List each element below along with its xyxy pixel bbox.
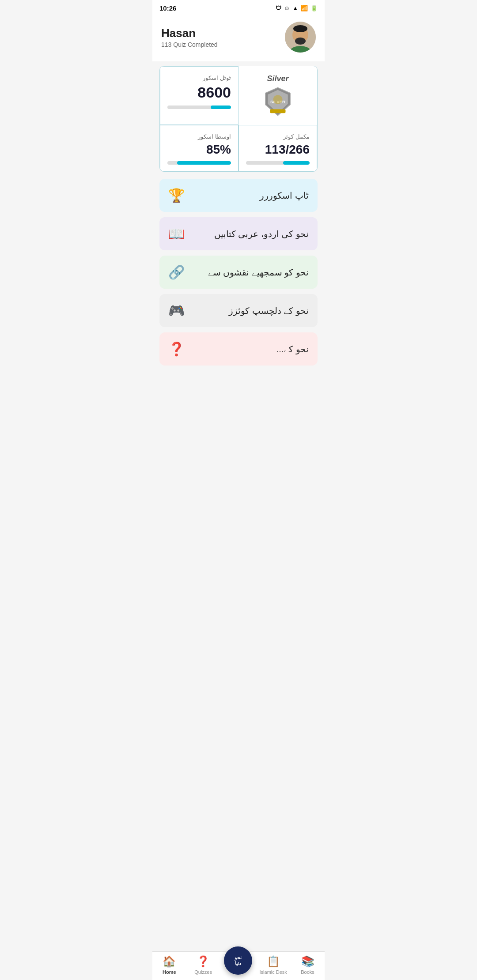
extra-icon: ❓	[168, 341, 185, 357]
svg-point-3	[295, 38, 306, 45]
face-id-icon: ☺	[284, 5, 290, 11]
avg-score-progress-fill	[177, 161, 231, 165]
interesting-quizzes-card[interactable]: نحو کے دلچسپ کوئزز 🎮	[159, 294, 318, 327]
avatar	[285, 22, 316, 53]
books-text: نحو کی اردو، عربی کتابیں	[214, 229, 309, 239]
home-label: Home	[163, 969, 176, 975]
interesting-quizzes-text: نحو کے دلچسپ کوئزز	[229, 305, 309, 316]
menu-section: ٹاپ اسکوررر 🏆 نحو کی اردو، عربی کتابیں 📖…	[152, 179, 325, 366]
extra-text: نحو کے...	[276, 344, 309, 354]
battery-icon: 🔋	[310, 5, 318, 11]
status-bar: 10:26 🛡 ☺ ▲ 📶 🔋	[152, 0, 325, 15]
completed-quiz-value: 113/266	[246, 143, 310, 157]
wifi-icon: ▲	[292, 5, 298, 11]
header: Hasan 113 Quiz Completed	[152, 15, 325, 61]
quiz-completed-count: 113 Quiz Completed	[161, 41, 218, 48]
books-nav-icon: 📚	[301, 955, 314, 968]
total-score-cell: ٹوٹل اسکور 8600	[160, 66, 238, 125]
silver-badge-icon: SILVER	[262, 86, 293, 117]
avg-score-value: 85%	[167, 143, 231, 157]
quizzes-icon: ❓	[197, 955, 210, 968]
completed-quiz-label: مکمل کوئز	[246, 133, 310, 140]
completed-quiz-progress-bg	[246, 161, 310, 165]
nav-books[interactable]: 📚 Books	[295, 955, 321, 975]
books-nav-label: Books	[301, 969, 314, 975]
quizzes-label: Quizzes	[194, 969, 212, 975]
home-icon: 🏠	[163, 955, 176, 968]
header-info: Hasan 113 Quiz Completed	[161, 26, 218, 48]
signal-icon: 📶	[301, 5, 308, 11]
badge-label: Silver	[267, 74, 288, 83]
diagrams-text: نحو کو سمجھیے نقشوں سے	[208, 267, 309, 278]
nav-home[interactable]: 🏠 Home	[156, 955, 182, 975]
status-icons: 🛡 ☺ ▲ 📶 🔋	[276, 5, 318, 11]
top-scorer-icon: 🏆	[168, 188, 185, 203]
svg-rect-9	[270, 109, 286, 113]
islamic-desk-icon: 📋	[267, 955, 280, 968]
center-logo-text: نحودنیا	[235, 955, 242, 966]
nav-islamic-desk[interactable]: 📋 Islamic Desk	[260, 955, 287, 975]
status-time: 10:26	[159, 4, 176, 12]
total-score-progress-fill	[211, 106, 231, 109]
shield-icon: 🛡	[276, 5, 281, 11]
svg-point-8	[273, 95, 283, 104]
nav-quizzes[interactable]: ❓ Quizzes	[190, 955, 216, 975]
books-icon: 📖	[168, 226, 185, 241]
user-name: Hasan	[161, 26, 218, 40]
books-card[interactable]: نحو کی اردو، عربی کتابیں 📖	[159, 217, 318, 250]
interesting-quizzes-icon: 🎮	[168, 303, 185, 318]
completed-quiz-progress-fill	[283, 161, 310, 165]
stats-grid: ٹوٹل اسکور 8600 Silver SILVER اوسطا اسکو…	[159, 66, 318, 172]
nav-center-button[interactable]: نحودنیا	[224, 946, 252, 975]
svg-point-4	[293, 25, 307, 32]
total-score-progress-bg	[167, 106, 231, 109]
total-score-value: 8600	[167, 84, 231, 101]
top-scorer-card[interactable]: ٹاپ اسکوررر 🏆	[159, 179, 318, 212]
bottom-nav: 🏠 Home ❓ Quizzes نحودنیا 📋 Islamic Desk …	[152, 951, 325, 980]
diagrams-card[interactable]: نحو کو سمجھیے نقشوں سے 🔗	[159, 256, 318, 289]
top-scorer-text: ٹاپ اسکوررر	[260, 190, 309, 201]
diagrams-icon: 🔗	[168, 264, 185, 280]
extra-card[interactable]: نحو کے... ❓	[159, 332, 318, 366]
silver-badge-cell: Silver SILVER	[238, 66, 317, 125]
total-score-label: ٹوٹل اسکور	[167, 75, 231, 81]
avg-score-cell: اوسطا اسکور 85%	[160, 125, 238, 171]
completed-quiz-cell: مکمل کوئز 113/266	[238, 125, 317, 171]
avg-score-label: اوسطا اسکور	[167, 133, 231, 140]
islamic-desk-label: Islamic Desk	[260, 969, 287, 975]
avg-score-progress-bg	[167, 161, 231, 165]
